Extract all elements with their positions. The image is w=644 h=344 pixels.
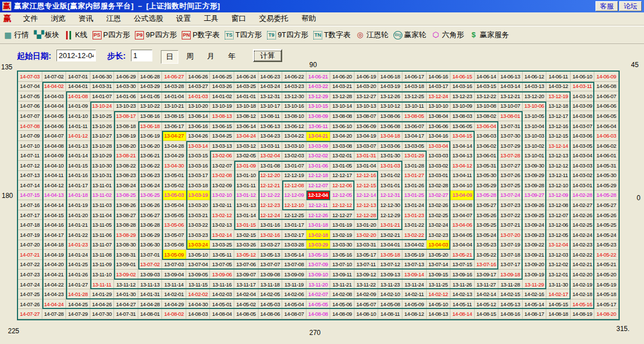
date-cell: 13-08-02 — [475, 111, 499, 121]
date-cell: 13-08-06 — [378, 111, 402, 121]
date-cell: 13-09-28 — [523, 180, 547, 191]
menu-item-文件[interactable]: 文件 — [17, 12, 45, 25]
toolbar-button-9P四方形[interactable]: P99P四方形 — [135, 30, 177, 40]
menu-item-资讯[interactable]: 资讯 — [72, 12, 100, 25]
date-cell: 14-03-13 — [523, 82, 547, 92]
date-cell: 13-07-23 — [498, 200, 523, 210]
date-cell: 13-01-14 — [234, 210, 259, 220]
date-cell: 14-08-01 — [138, 309, 163, 319]
date-cell: 12-12-27 — [330, 210, 354, 220]
date-cell: 13-01-18 — [306, 220, 331, 230]
date-cell: 13-03-07 — [354, 141, 379, 151]
date-cell: 13-07-01 — [138, 250, 163, 260]
toolbar-button-P数字表[interactable]: PNP数字表 — [182, 30, 220, 40]
date-cell: 13-05-22 — [475, 250, 499, 260]
date-cell: 13-10-28 — [90, 141, 115, 151]
date-cell: 13-04-24 — [234, 131, 259, 141]
date-cell: 14-01-10 — [66, 111, 90, 121]
date-cell: 13-01-24 — [402, 200, 427, 210]
step-input[interactable] — [131, 50, 152, 61]
date-cell: 14-06-22 — [282, 72, 306, 82]
date-cell: 13-05-08 — [162, 240, 186, 250]
date-cell: 13-09-08 — [259, 270, 283, 280]
toolbar-button-赢家服务[interactable]: $赢家服务 — [469, 30, 509, 40]
period-option-周[interactable]: 周 — [182, 50, 198, 63]
period-option-月[interactable]: 月 — [203, 50, 219, 63]
date-cell: 12-12-10 — [282, 200, 306, 210]
date-cell: 14-06-17 — [402, 72, 427, 82]
menu-item-公式选股[interactable]: 公式选股 — [128, 12, 170, 25]
toolbar-button-K线[interactable]: K线 — [64, 30, 87, 40]
date-cell: 13-06-19 — [138, 131, 163, 141]
date-cell: 14-06-16 — [427, 72, 451, 82]
date-cell: 14-04-16 — [42, 220, 67, 230]
date-cell: 14-03-23 — [282, 82, 306, 92]
date-cell: 14-02-07 — [306, 289, 331, 299]
date-cell: 14-01-21 — [66, 220, 90, 230]
date-cell: 14-03-26 — [210, 82, 234, 92]
toolbar-button-T数字表[interactable]: TNT数字表 — [313, 30, 351, 40]
menu-item-江恩[interactable]: 江恩 — [100, 12, 128, 25]
start-date-input[interactable] — [56, 50, 96, 61]
toolbar-button-板块[interactable]: ▚▞板块 — [34, 30, 59, 40]
date-cell: 13-07-29 — [498, 141, 523, 151]
period-option-日[interactable]: 日 — [161, 50, 178, 64]
date-cell: 13-10-22 — [138, 102, 163, 112]
date-cell: 14-05-29 — [594, 180, 619, 191]
customer-service-button[interactable]: 客服 — [595, 1, 618, 11]
toolbar-button-六角形[interactable]: ⬡六角形 — [431, 30, 464, 40]
toolbar-button-P四方形[interactable]: PSP四方形 — [93, 30, 130, 40]
toolbar-button-行情[interactable]: ▦行情 — [3, 30, 29, 40]
toolbar-button-赢家轮[interactable]: Big赢家轮 — [393, 30, 426, 40]
date-cell: 13-09-16 — [450, 270, 475, 280]
date-cell: 13-08-05 — [402, 111, 427, 121]
date-cell: 13-08-14 — [186, 111, 211, 121]
p-table-icon: PN — [182, 31, 191, 39]
date-cell: 13-06-11 — [306, 121, 331, 131]
date-cell: 14-07-06 — [18, 102, 42, 112]
date-cell: 13-01-31 — [354, 151, 379, 161]
menu-item-交易委托[interactable]: 交易委托 — [253, 12, 295, 25]
date-cell: 13-03-28 — [282, 240, 306, 250]
toolbar-button-江恩轮[interactable]: ◎江恩轮 — [356, 30, 388, 40]
date-cell: 13-06-17 — [162, 121, 186, 131]
date-cell: 13-11-14 — [162, 280, 186, 290]
toolbar-button-9T四方形[interactable]: T99T四方形 — [267, 30, 308, 40]
forum-button[interactable]: 论坛 — [619, 1, 642, 11]
date-cell: 13-03-15 — [186, 151, 211, 161]
date-cell: 14-03-20 — [354, 82, 379, 92]
angle-label-315: 315. — [616, 325, 629, 333]
date-cell: 13-09-23 — [523, 230, 547, 240]
date-cell: 12-12-20 — [259, 171, 283, 181]
date-cell: 13-12-04 — [546, 240, 571, 250]
menu-item-设置[interactable]: 设置 — [170, 12, 198, 25]
date-cell: 13-12-27 — [354, 91, 379, 102]
period-option-年[interactable]: 年 — [224, 50, 240, 63]
menu-item-工具[interactable]: 工具 — [198, 12, 225, 25]
date-cell: 14-03-21 — [330, 82, 354, 92]
date-cell: 14-07-22 — [18, 260, 42, 270]
date-cell: 13-10-26 — [90, 121, 115, 131]
toolbar-button-T四方形[interactable]: TST四方形 — [225, 30, 262, 40]
date-cell: 13-02-27 — [427, 191, 451, 201]
date-cell: 14-01-11 — [66, 121, 90, 131]
toolbar-button-label: T数字表 — [324, 30, 351, 40]
date-cell: 14-08-19 — [571, 309, 595, 319]
date-cell: 14-08-12 — [402, 309, 427, 319]
menu-item-帮助[interactable]: 帮助 — [295, 12, 323, 25]
date-cell: 13-12-30 — [282, 91, 306, 102]
calculate-button[interactable]: 计算 — [253, 49, 282, 62]
date-cell: 14-02-09 — [354, 289, 379, 299]
date-cell: 14-03-06 — [571, 131, 595, 141]
date-cell: 14-04-03 — [42, 91, 67, 102]
date-cell: 13-03-24 — [186, 240, 211, 250]
menu-item-窗口[interactable]: 窗口 — [225, 12, 253, 25]
date-cell: 14-04-01 — [66, 82, 90, 92]
menu-item-浏览[interactable]: 浏览 — [45, 12, 72, 25]
date-cell: 13-12-08 — [546, 200, 571, 210]
date-cell: 14-03-15 — [475, 82, 499, 92]
date-cell: 14-02-27 — [571, 200, 595, 210]
date-cell: 12-12-05 — [330, 191, 354, 201]
date-cell: 14-06-23 — [259, 72, 283, 82]
date-cell: 14-04-02 — [42, 82, 67, 92]
